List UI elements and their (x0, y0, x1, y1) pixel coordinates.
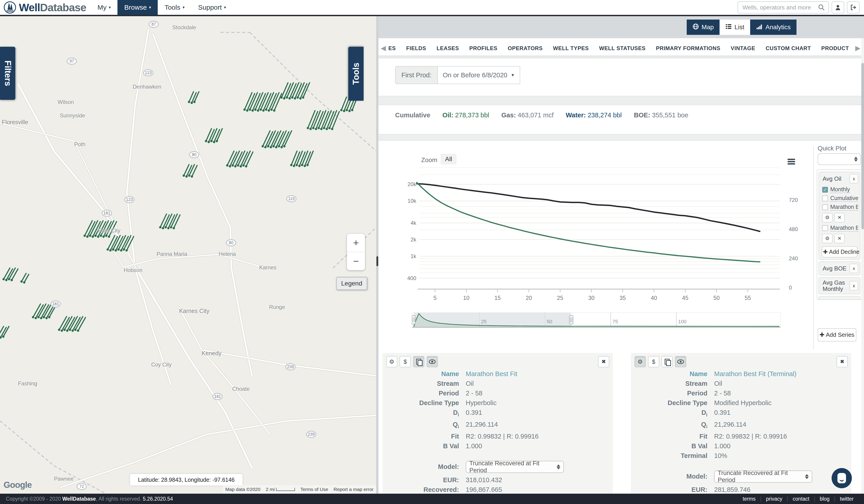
footer-link-blog[interactable]: blog (815, 496, 834, 502)
tab-leases[interactable]: LEASES (436, 38, 459, 59)
footer-link-privacy[interactable]: privacy (761, 496, 787, 502)
remove-series-button[interactable]: x (850, 264, 858, 273)
property-row-terminal: Terminal10% (631, 451, 851, 460)
tab-vintage[interactable]: VINTAGE (731, 38, 755, 59)
search-input[interactable] (742, 3, 815, 11)
highway-shield-123: 123 (124, 196, 134, 203)
report-map-error-link[interactable]: Report a map error (334, 487, 373, 492)
decline-name-link[interactable]: Marathon Best Fit (466, 369, 517, 379)
tools-tab[interactable]: Tools (348, 47, 363, 101)
add-decline-button[interactable]: ✚ Add Decline (822, 246, 857, 257)
splitter-handle[interactable] (376, 256, 378, 266)
series-option-label[interactable]: Monthly (830, 186, 850, 193)
map-town-label: Falls City (98, 228, 120, 234)
footer-link-terms[interactable]: terms (738, 496, 760, 502)
remove-series-button[interactable]: x (850, 174, 858, 183)
delete-decline-button[interactable]: ✕ (834, 234, 845, 243)
remove-series-button[interactable]: x (850, 281, 858, 291)
navigator-handle-right[interactable] (569, 316, 573, 324)
footer-link-contact[interactable]: contact (788, 496, 814, 502)
settings-button[interactable]: ⚙ (635, 356, 646, 367)
sign-out-icon (850, 4, 856, 11)
filters-tab[interactable]: Filters (0, 47, 15, 100)
map-pane[interactable]: StockdaleWilsonSunnysideDenhawkenFloresv… (0, 16, 376, 494)
chart-navigator[interactable]: 255075100 (412, 312, 781, 329)
quick-plot-select[interactable] (818, 153, 861, 165)
coordinates-readout: Latitude: 28.9843, Longitude: -97.6146 (130, 474, 242, 485)
decline-name-link[interactable]: Marathon Best Fit (Terminal) (714, 369, 796, 379)
add-series-button[interactable]: ✚ Add Series (818, 328, 856, 342)
pane-splitter[interactable] (376, 16, 379, 494)
menu-tools[interactable]: Tools▾ (158, 0, 191, 15)
tab-primary-formations[interactable]: PRIMARY FORMATIONS (656, 38, 720, 59)
gear-icon-button[interactable]: ⚙ (822, 234, 832, 243)
chat-smiley-icon (838, 473, 846, 483)
series-option-label[interactable]: Cumulative (830, 195, 858, 202)
property-row-d: Di0.391 (383, 408, 613, 420)
chat-widget-button[interactable] (832, 468, 852, 488)
property-row-q: Qi21,296.114 (631, 420, 851, 432)
tab-clipped[interactable]: ES (388, 38, 396, 59)
type-curve-chart[interactable]: 20k10k4k2k1k4005101520253035404550557204… (406, 146, 811, 308)
tab-fields[interactable]: FIELDS (406, 38, 426, 59)
highway-shield-239: 239 (285, 363, 296, 370)
zoom-out-button[interactable]: − (347, 252, 365, 270)
global-search[interactable] (737, 1, 829, 13)
menu-my[interactable]: My▾ (91, 0, 118, 15)
tab-operators[interactable]: OPERATORS (508, 38, 543, 59)
map-town-label: Hobson (124, 267, 142, 273)
legend-button[interactable]: Legend (336, 277, 367, 290)
gear-icon-button[interactable]: ⚙ (822, 213, 832, 222)
search-icon[interactable] (818, 4, 825, 11)
tabs-scroll-left-icon[interactable]: ◀ (381, 44, 386, 52)
visibility-button[interactable] (427, 356, 438, 367)
checkbox-unchecked[interactable] (822, 204, 828, 210)
settings-button[interactable]: ⚙ (386, 356, 397, 367)
zoom-in-button[interactable]: + (347, 234, 365, 252)
property-row-q: Qi21,296.114 (383, 420, 613, 432)
decline-panel-terminal: ⚙$✖NameMarathon Best Fit (Terminal)Strea… (631, 353, 851, 494)
visibility-button[interactable] (675, 356, 686, 367)
footer-link-twitter[interactable]: twitter (836, 496, 858, 502)
checkbox-checked[interactable]: ✓ (822, 187, 828, 193)
tab-well-types[interactable]: WELL TYPES (553, 38, 589, 59)
series-option-row: Marathon Best F (819, 224, 860, 232)
analytics-panel: ◀ ESFIELDSLEASESPROFILESOPERATORSWELL TY… (379, 38, 864, 494)
dollar-button[interactable]: $ (400, 356, 411, 367)
delete-decline-button[interactable]: ✕ (834, 213, 845, 222)
scrollbar-thumb[interactable] (861, 63, 864, 229)
tab-production[interactable]: PRODUCTION (821, 38, 849, 59)
navbar-right (737, 0, 864, 15)
view-toggle-analytics[interactable]: Analytics (750, 20, 796, 35)
dollar-button[interactable]: $ (648, 356, 659, 367)
model-select[interactable]: Truncate Recovered at Fit Period (714, 470, 812, 483)
first-prod-select[interactable]: On or Before 6/8/2020▼ (437, 66, 520, 84)
model-select[interactable]: Truncate Recovered at Fit Period (466, 461, 564, 473)
user-account-button[interactable] (832, 1, 844, 13)
close-panel-button[interactable]: ✖ (598, 356, 609, 367)
tab-custom-chart[interactable]: CUSTOM CHART (766, 38, 811, 59)
series-option-label[interactable]: Marathon Best F (830, 204, 858, 211)
brand-logo[interactable]: WellDatabase (0, 0, 91, 15)
copy-button[interactable] (661, 356, 673, 367)
map-canvas[interactable] (0, 16, 376, 494)
tabs-scroll-right-icon[interactable]: ▶ (855, 44, 861, 52)
navigator-handle-left[interactable] (412, 316, 415, 324)
sign-out-button[interactable] (847, 1, 860, 13)
checkbox-unchecked[interactable] (822, 225, 828, 231)
copy-button[interactable] (413, 356, 424, 367)
property-row-decline-type: Decline TypeHyperbolic (383, 398, 613, 408)
highway-shield-80: 80 (226, 239, 236, 246)
tab-profiles[interactable]: PROFILES (469, 38, 497, 59)
panel-scrollbar[interactable] (861, 38, 864, 494)
close-panel-button[interactable]: ✖ (837, 356, 848, 367)
view-toggle-map[interactable]: Map (687, 20, 720, 35)
tab-well-statuses[interactable]: WELL STATUSES (599, 38, 646, 59)
google-logo: Google (3, 480, 32, 490)
view-toggle-list[interactable]: List (720, 20, 750, 35)
menu-support[interactable]: Support▾ (191, 0, 233, 15)
checkbox-unchecked[interactable] (822, 196, 828, 201)
menu-browse[interactable]: Browse▾ (118, 0, 158, 15)
terms-of-use-link[interactable]: Terms of Use (300, 487, 328, 492)
series-option-label[interactable]: Marathon Best F (830, 224, 858, 232)
